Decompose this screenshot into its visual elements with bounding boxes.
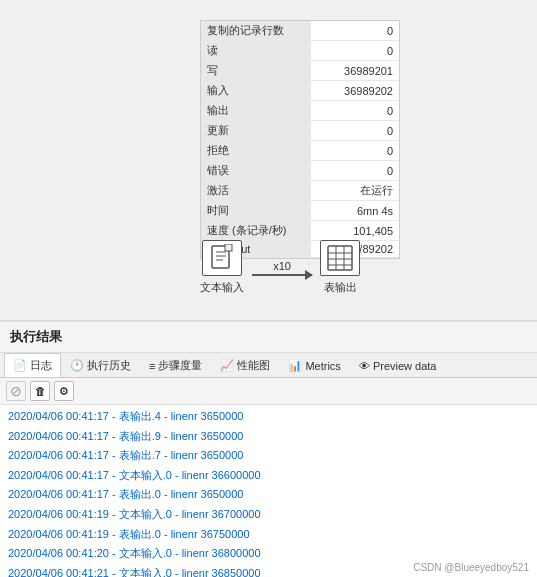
stats-label: 速度 (条记录/秒) — [201, 221, 311, 241]
tabs-bar: 📄 日志 🕐 执行历史 ≡ 步骤度量 📈 性能图 📊 Metrics 👁 Pre… — [0, 353, 537, 378]
top-section: 复制的记录行数0读0写36989201输入36989202输出0更新0拒绝0错误… — [0, 0, 537, 320]
tab-history[interactable]: 🕐 执行历史 — [61, 353, 140, 377]
perf-icon: 📈 — [220, 359, 234, 372]
toolbar-row: ⊘ 🗑 ⚙ — [0, 378, 537, 405]
table-output-icon — [320, 240, 360, 276]
tab-perf-label: 性能图 — [237, 358, 270, 373]
stats-label: 输入 — [201, 81, 311, 101]
stats-label: 拒绝 — [201, 141, 311, 161]
log-item: 2020/04/06 00:41:17 - 文本输入.0 - linenr 36… — [0, 466, 537, 486]
tab-preview[interactable]: 👁 Preview data — [350, 355, 446, 376]
stats-row: 输入36989202 — [201, 81, 399, 101]
stats-value: 0 — [311, 161, 399, 181]
stats-value: 0 — [311, 141, 399, 161]
tab-history-label: 执行历史 — [87, 358, 131, 373]
tab-metrics-label: Metrics — [305, 360, 340, 372]
stats-value: 36989201 — [311, 61, 399, 81]
log-item: 2020/04/06 00:41:17 - 表输出.9 - linenr 365… — [0, 427, 537, 447]
stats-label: 写 — [201, 61, 311, 81]
tab-log-label: 日志 — [30, 358, 52, 373]
settings-button[interactable]: ⚙ — [54, 381, 74, 401]
table-output-node[interactable]: 表输出 — [320, 240, 360, 295]
preview-icon: 👁 — [359, 360, 370, 372]
diagram-area: 文本输入 x10 表输出 — [200, 240, 360, 295]
log-item: 2020/04/06 00:41:20 - 文本输入.0 - linenr 36… — [0, 544, 537, 564]
stats-row: 写36989201 — [201, 61, 399, 81]
svg-rect-5 — [328, 246, 352, 270]
history-icon: 🕐 — [70, 359, 84, 372]
delete-button[interactable]: 🗑 — [30, 381, 50, 401]
tab-log[interactable]: 📄 日志 — [4, 353, 61, 377]
stats-label: 激活 — [201, 181, 311, 201]
text-input-icon — [202, 240, 242, 276]
stats-value: 0 — [311, 41, 399, 61]
stats-label: 时间 — [201, 201, 311, 221]
log-item: 2020/04/06 00:41:17 - 表输出.7 - linenr 365… — [0, 446, 537, 466]
arrow-area: x10 — [252, 260, 312, 276]
stats-value: 0 — [311, 101, 399, 121]
log-list: 2020/04/06 00:41:17 - 表输出.4 - linenr 365… — [0, 405, 537, 577]
tab-preview-label: Preview data — [373, 360, 437, 372]
text-input-label: 文本输入 — [200, 280, 244, 295]
stats-label: 错误 — [201, 161, 311, 181]
stats-value: 0 — [311, 121, 399, 141]
tab-metrics[interactable]: 📊 Metrics — [279, 354, 349, 376]
stats-card: 复制的记录行数0读0写36989201输入36989202输出0更新0拒绝0错误… — [200, 20, 400, 259]
stats-row: 输出0 — [201, 101, 399, 121]
tab-steps-label: 步骤度量 — [158, 358, 202, 373]
stats-label: 输出 — [201, 101, 311, 121]
log-item: 2020/04/06 00:41:19 - 文本输入.0 - linenr 36… — [0, 505, 537, 525]
stats-value: 0 — [311, 21, 399, 41]
flow-arrow — [252, 274, 312, 276]
stats-row: 激活在运行 — [201, 181, 399, 201]
stats-row: 复制的记录行数0 — [201, 21, 399, 41]
stop-button[interactable]: ⊘ — [6, 381, 26, 401]
log-item: 2020/04/06 00:41:17 - 表输出.0 - linenr 365… — [0, 485, 537, 505]
log-item: 2020/04/06 00:41:19 - 表输出.0 - linenr 367… — [0, 525, 537, 545]
stats-row: 速度 (条记录/秒)101,405 — [201, 221, 399, 241]
log-item: 2020/04/06 00:41:17 - 表输出.4 - linenr 365… — [0, 407, 537, 427]
log-icon: 📄 — [13, 359, 27, 372]
text-input-node[interactable]: 文本输入 — [200, 240, 244, 295]
stats-row: 更新0 — [201, 121, 399, 141]
stats-row: 时间6mn 4s — [201, 201, 399, 221]
stats-value: 在运行 — [311, 181, 399, 201]
steps-icon: ≡ — [149, 360, 155, 372]
stats-value: 6mn 4s — [311, 201, 399, 221]
tab-steps[interactable]: ≡ 步骤度量 — [140, 353, 211, 377]
bottom-section: 执行结果 📄 日志 🕐 执行历史 ≡ 步骤度量 📈 性能图 📊 Metrics … — [0, 320, 537, 577]
stats-label: 读 — [201, 41, 311, 61]
footer-watermark: CSDN @Blueeyedboy521 — [413, 562, 529, 573]
svg-rect-4 — [225, 244, 232, 251]
stats-label: 更新 — [201, 121, 311, 141]
table-output-label: 表输出 — [324, 280, 357, 295]
metrics-icon: 📊 — [288, 359, 302, 372]
stats-row: 读0 — [201, 41, 399, 61]
tab-perf[interactable]: 📈 性能图 — [211, 353, 279, 377]
stats-value: 36989202 — [311, 81, 399, 101]
x10-label: x10 — [273, 260, 291, 272]
stats-row: 拒绝0 — [201, 141, 399, 161]
stats-value: 101,405 — [311, 221, 399, 241]
section-title: 执行结果 — [0, 322, 537, 353]
stats-label: 复制的记录行数 — [201, 21, 311, 41]
stats-row: 错误0 — [201, 161, 399, 181]
